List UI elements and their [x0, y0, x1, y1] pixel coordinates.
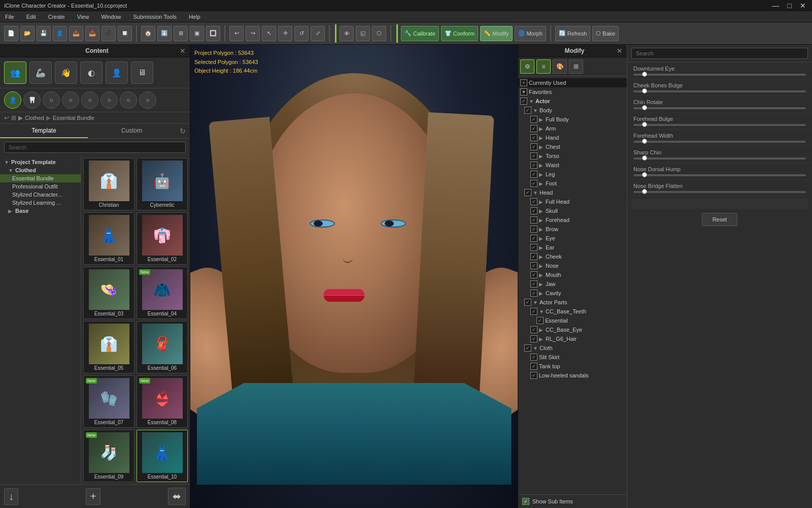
scale-button[interactable]: ⤢ — [311, 26, 325, 41]
st-eye[interactable]: ✓ ▶ Eye — [518, 234, 627, 243]
prop-thumb-downturned-eye[interactable] — [642, 72, 647, 77]
st-full-body[interactable]: ✓ ▶ Full Body — [518, 115, 627, 124]
st-torso[interactable]: ✓ ▶ Torso — [518, 151, 627, 161]
template-essential05[interactable]: 👔 Essential_05 — [83, 321, 134, 373]
modify-button[interactable]: ✏️ Modify — [480, 26, 512, 41]
st-essential[interactable]: ✓ Essential — [518, 316, 627, 325]
prop-slider-downturned-eye[interactable] — [633, 74, 806, 76]
import-bottom-button[interactable]: ⬌ — [168, 488, 186, 505]
menu-window[interactable]: Window — [98, 14, 124, 20]
hair-icon-button[interactable]: ◐ — [80, 61, 103, 84]
st-cheek[interactable]: ✓ ▶ Cheek — [518, 252, 627, 261]
tree-item-stylized-character[interactable]: Stylized Character... — [0, 190, 81, 199]
avatar-icon-button[interactable]: 👤 — [4, 91, 21, 109]
prop-thumb-forehead-bulge[interactable] — [642, 122, 647, 127]
st-arm[interactable]: ✓ ▶ Arm — [518, 124, 627, 133]
template-essential07[interactable]: New 🧤 Essential_07 — [83, 375, 134, 428]
tab-action-refresh[interactable]: ↻ — [180, 127, 186, 135]
tree-item-stylized-learning[interactable]: Stylized Learning ... — [0, 199, 81, 207]
new-file-button[interactable]: 📄 — [4, 26, 18, 41]
c2-button[interactable]: ○ — [62, 91, 79, 109]
template-essential09[interactable]: New 🧦 Essential_09 — [83, 430, 134, 482]
right-panel-close[interactable]: ✕ — [617, 47, 623, 55]
tree-item-project-template[interactable]: ▼ Project Template — [0, 158, 81, 166]
bake-button[interactable]: ⬡ Bake — [592, 26, 619, 41]
st-waist[interactable]: ✓ ▶ Waist — [518, 161, 627, 170]
reset-button[interactable]: Reset — [702, 213, 738, 226]
prop-slider-nose-bridge-flatten[interactable] — [633, 191, 806, 193]
breadcrumb-essential-bundle[interactable]: Essential Bundle — [53, 115, 94, 121]
prop-slider-chin-rotate[interactable] — [633, 107, 806, 109]
face-icon-button[interactable]: 🖥 — [131, 61, 153, 84]
template-essential06[interactable]: 🧣 Essential_06 — [137, 321, 188, 373]
st-rl-g6-hair[interactable]: ✓ ▶ RL_G6_Hair — [518, 334, 627, 343]
template-cybernetic[interactable]: 🤖 Cybernetic — [137, 158, 188, 210]
conform-button[interactable]: 👕 Conform — [441, 26, 478, 41]
prop-thumb-sharp-chin[interactable] — [642, 155, 647, 161]
menu-file[interactable]: File — [2, 14, 17, 20]
template-essential08[interactable]: New 👙 Essential_08 — [137, 375, 188, 428]
morph-button[interactable]: 🌀 Morph — [515, 26, 546, 41]
c3-button[interactable]: ○ — [81, 91, 98, 109]
import-button[interactable]: 📥 — [85, 26, 99, 41]
tree-item-clothed[interactable]: ▼ Clothed — [0, 166, 81, 174]
redo-button[interactable]: ↪ — [246, 26, 260, 41]
rp-toolbar-texture[interactable]: 🎨 — [553, 59, 567, 74]
content-panel-close[interactable]: ✕ — [180, 47, 186, 55]
calibrate-button[interactable]: 🔧 Calibrate — [401, 26, 439, 41]
st-head[interactable]: ✓ ▼ Head — [518, 188, 627, 197]
tree-item-base[interactable]: ▶ Base — [0, 207, 81, 215]
add-button[interactable]: + — [86, 488, 101, 505]
grid-button[interactable]: ⊞ — [174, 26, 188, 41]
template-essential04[interactable]: New 🧥 Essential_04 — [137, 267, 188, 319]
st-foot[interactable]: ✓ ▶ Foot — [518, 179, 627, 188]
minimize-button[interactable]: — — [770, 2, 782, 10]
st-favorites[interactable]: ♥ Favorites — [518, 87, 627, 97]
st-currently-used[interactable]: • Currently Used — [518, 78, 627, 87]
import2-button[interactable]: ⬇️ — [157, 26, 172, 41]
morph-icon-button[interactable]: 🦾 — [29, 61, 52, 84]
menu-submission-tools[interactable]: Submission Tools — [130, 14, 180, 20]
home-button[interactable]: 🏠 — [141, 26, 155, 41]
ortho-button[interactable]: ◱ — [356, 26, 370, 41]
prop-slider-sharp-chin[interactable] — [633, 157, 806, 160]
st-leg[interactable]: ✓ ▶ Leg — [518, 170, 627, 179]
breadcrumb-back[interactable]: ↩ — [4, 114, 9, 121]
show-sub-items-check[interactable]: ✓ — [522, 498, 529, 505]
st-cavity[interactable]: ✓ ▶ Cavity — [518, 289, 627, 298]
menu-view[interactable]: View — [74, 14, 92, 20]
st-tank-top[interactable]: ✓ Tank top — [518, 362, 627, 371]
template-christian[interactable]: 👔 Christian — [83, 158, 134, 210]
cursor-button[interactable]: ↖ — [262, 26, 276, 41]
prop-thumb-forehead-width[interactable] — [642, 139, 647, 144]
breadcrumb-grid[interactable]: ⊞ — [11, 114, 16, 121]
props-search-input[interactable] — [631, 48, 808, 59]
st-brow[interactable]: ✓ ▶ Brow — [518, 225, 627, 234]
prop-thumb-nose-bridge-flatten[interactable] — [642, 189, 647, 194]
tree-item-essential-bundle[interactable]: Essential Bundle — [0, 174, 81, 182]
st-ear[interactable]: ✓ ▶ Ear — [518, 243, 627, 252]
st-mouth[interactable]: ✓ ▶ Mouth — [518, 270, 627, 279]
st-cc-base-eye[interactable]: ✓ ▶ CC_Base_Eye — [518, 325, 627, 334]
extra-button2[interactable]: 🔲 — [118, 26, 132, 41]
viewport-background[interactable] — [190, 45, 518, 508]
profile-button[interactable]: 👤 — [53, 26, 67, 41]
st-full-head[interactable]: ✓ ▶ Full Head — [518, 197, 627, 206]
st-jaw[interactable]: ✓ ▶ Jaw — [518, 279, 627, 289]
close-button[interactable]: ✕ — [798, 2, 808, 10]
menu-create[interactable]: Create — [45, 14, 68, 20]
prop-slider-forehead-width[interactable] — [633, 141, 806, 143]
rotate-button[interactable]: ↺ — [294, 26, 309, 41]
tab-template[interactable]: Template — [0, 124, 88, 138]
tab-custom[interactable]: Custom — [88, 124, 176, 138]
c1-button[interactable]: ○ — [43, 91, 60, 109]
rp-toolbar-settings[interactable]: ⚙ — [520, 59, 534, 74]
character-icon-button[interactable]: 👥 — [4, 61, 26, 84]
prop-slider-nose-dorsal-hump[interactable] — [633, 174, 806, 176]
st-chest[interactable]: ✓ ▶ Chest — [518, 142, 627, 151]
wireframe-button[interactable]: ⬡ — [372, 26, 386, 41]
st-actor[interactable]: ✓ ▼ Actor — [518, 97, 627, 106]
extra3[interactable]: ▣ — [190, 26, 204, 41]
cloth-icon-button[interactable]: 👋 — [55, 61, 77, 84]
st-cloth[interactable]: ✓ ▼ Cloth — [518, 343, 627, 353]
